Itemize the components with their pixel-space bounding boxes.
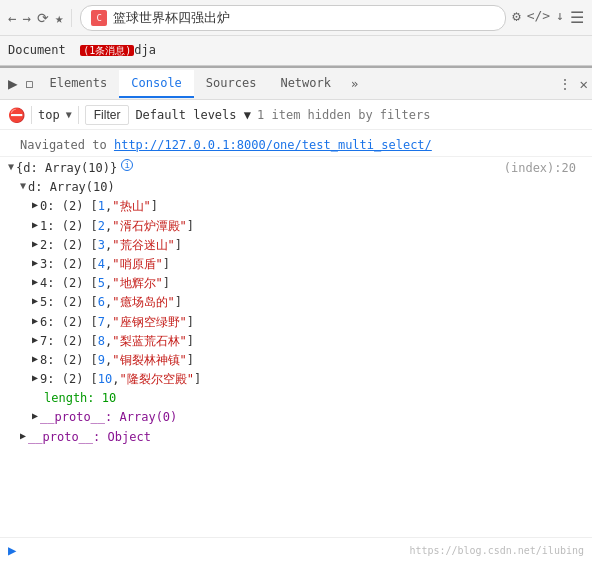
item-str-5: "癔场岛的" (112, 293, 174, 312)
console-prompt: ▶ (0, 537, 592, 562)
close-devtools-icon[interactable]: ✕ (580, 76, 588, 92)
array-item-7: ▶7: (2) [8, "梨蓝荒石林"] (32, 332, 584, 351)
context-selector[interactable]: top (38, 108, 60, 122)
proto-object-label: __proto__: Object (28, 428, 151, 447)
item-str-8: "铜裂林神镇" (112, 351, 186, 370)
array-item-0: ▶0: (2) [1, "热山"] (32, 197, 584, 216)
item-index-7: 7: (2) [ (40, 332, 98, 351)
proto-array-line: ▶ __proto__: Array(0) (8, 408, 584, 427)
doc-indicator: Document (1条消息)dja (8, 43, 156, 58)
address-bar[interactable]: C 篮球世界杯四强出炉 (80, 5, 506, 31)
address-text: 篮球世界杯四强出炉 (113, 9, 230, 27)
devtools-tab-bar: ▶ ◻ Elements Console Sources Network » ⋮… (0, 68, 592, 100)
item-triangle-4[interactable]: ▶ (32, 274, 38, 290)
item-triangle-8[interactable]: ▶ (32, 351, 38, 367)
d-triangle[interactable]: ▼ (20, 178, 26, 194)
favicon: C (91, 10, 107, 26)
download-icon[interactable]: ↓ (556, 8, 564, 27)
item-index-8: 8: (2) [ (40, 351, 98, 370)
framework-label: dja (134, 43, 156, 57)
block-icon[interactable]: ⛔ (8, 107, 25, 123)
item-triangle-6[interactable]: ▶ (32, 313, 38, 329)
navigated-url[interactable]: http://127.0.0.1:8000/one/test_multi_sel… (114, 138, 432, 152)
item-triangle-9[interactable]: ▶ (32, 370, 38, 386)
levels-selector[interactable]: Default levels ▼ (135, 108, 251, 122)
item-triangle-5[interactable]: ▶ (32, 293, 38, 309)
tab-network[interactable]: Network (268, 70, 343, 98)
array-item-3: ▶3: (2) [4, "哨原盾"] (32, 255, 584, 274)
d-label: d: Array(10) (28, 178, 115, 197)
item-num-9: 10 (98, 370, 112, 389)
hidden-items-info: 1 item hidden by filters (257, 108, 430, 122)
root-object-line: ▼ {d: Array(10)} i (index):20 (8, 159, 584, 178)
tab-elements[interactable]: Elements (37, 70, 119, 98)
item-index-2: 2: (2) [ (40, 236, 98, 255)
item-str-0: "热山" (112, 197, 150, 216)
index-ref: (index):20 (504, 159, 584, 178)
item-str-9: "隆裂尔空殿" (120, 370, 194, 389)
browser-actions: ⚙ </> ↓ ☰ (512, 8, 584, 27)
proto-array-label: __proto__: Array(0) (40, 408, 177, 427)
array-item-2: ▶2: (2) [3, "荒谷迷山"] (32, 236, 584, 255)
array-item-4: ▶4: (2) [5, "地辉尔"] (32, 274, 584, 293)
length-line: length: 10 (8, 389, 584, 408)
item-num-6: 7 (98, 313, 105, 332)
tab-console[interactable]: Console (119, 70, 194, 98)
array-items: ▶0: (2) [1, "热山"]▶1: (2) [2, "湑石炉潭殿"]▶2:… (8, 197, 584, 389)
navigated-prefix: Navigated to (20, 138, 107, 152)
console-output: Navigated to http://127.0.0.1:8000/one/t… (0, 130, 592, 537)
proto-array-triangle[interactable]: ▶ (32, 408, 38, 424)
filter-button[interactable]: Filter (85, 105, 130, 125)
cursor-icon[interactable]: ▶ (4, 70, 22, 97)
doc-label: Document (8, 43, 66, 57)
item-str-7: "梨蓝荒石林" (112, 332, 186, 351)
item-num-1: 2 (98, 217, 105, 236)
item-index-9: 9: (2) [ (40, 370, 98, 389)
console-toolbar: ⛔ top ▼ Filter Default levels ▼ 1 item h… (0, 100, 592, 130)
array-item-5: ▶5: (2) [6, "癔场岛的"] (32, 293, 584, 312)
proto-object-triangle[interactable]: ▶ (20, 428, 26, 444)
item-num-5: 6 (98, 293, 105, 312)
item-index-5: 5: (2) [ (40, 293, 98, 312)
item-index-6: 6: (2) [ (40, 313, 98, 332)
forward-icon[interactable]: → (22, 10, 30, 26)
context-arrow-icon[interactable]: ▼ (66, 109, 72, 120)
item-str-4: "地辉尔" (112, 274, 162, 293)
separator2 (78, 106, 79, 124)
inspect-icon[interactable]: ◻ (22, 72, 38, 95)
item-triangle-1[interactable]: ▶ (32, 217, 38, 233)
vertical-dots-icon[interactable]: ⋮ (558, 76, 572, 92)
grid-icon[interactable]: ⚙ (512, 8, 520, 27)
home-icon[interactable]: ★ (55, 10, 63, 26)
item-num-7: 8 (98, 332, 105, 351)
levels-arrow-icon: ▼ (244, 108, 251, 122)
root-triangle[interactable]: ▼ (8, 159, 14, 175)
item-index-0: 0: (2) [ (40, 197, 98, 216)
length-label: length: 10 (44, 389, 116, 408)
array-item-1: ▶1: (2) [2, "湑石炉潭殿"] (32, 217, 584, 236)
item-str-2: "荒谷迷山" (112, 236, 174, 255)
tree-root: ▼ {d: Array(10)} i (index):20 ▼ d: Array… (0, 157, 592, 449)
more-tabs-icon[interactable]: » (343, 73, 366, 95)
item-triangle-2[interactable]: ▶ (32, 236, 38, 252)
item-index-4: 4: (2) [ (40, 274, 98, 293)
message-badge: (1条消息) (80, 45, 134, 56)
item-num-8: 9 (98, 351, 105, 370)
code-icon[interactable]: </> (527, 8, 550, 27)
proto-object-line: ▶ __proto__: Object (8, 428, 584, 447)
tab-sources[interactable]: Sources (194, 70, 269, 98)
devtools-panel: ▶ ◻ Elements Console Sources Network » ⋮… (0, 66, 592, 562)
back-icon[interactable]: ← (8, 10, 16, 26)
devtools-actions: ⋮ ✕ (558, 76, 588, 92)
item-num-4: 5 (98, 274, 105, 293)
item-num-2: 3 (98, 236, 105, 255)
item-triangle-7[interactable]: ▶ (32, 332, 38, 348)
menu-icon[interactable]: ☰ (570, 8, 584, 27)
info-icon[interactable]: i (121, 159, 133, 171)
item-triangle-3[interactable]: ▶ (32, 255, 38, 271)
refresh-icon[interactable]: ⟳ (37, 10, 49, 26)
item-num-0: 1 (98, 197, 105, 216)
item-triangle-0[interactable]: ▶ (32, 197, 38, 213)
root-label: {d: Array(10)} (16, 159, 117, 178)
array-item-9: ▶9: (2) [10, "隆裂尔空殿"] (32, 370, 584, 389)
